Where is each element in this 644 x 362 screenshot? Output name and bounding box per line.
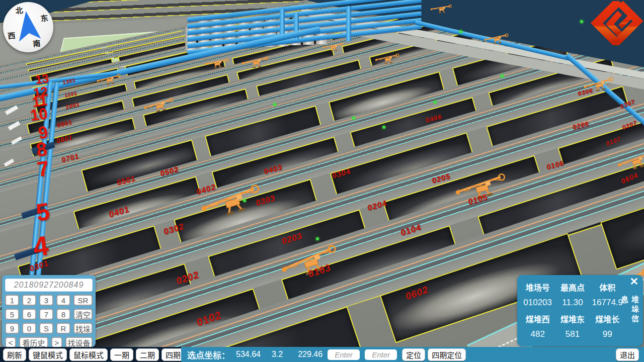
- key-9[interactable]: 9: [5, 323, 19, 334]
- key-4[interactable]: 4: [56, 295, 70, 306]
- compass-arrow-icon: [14, 9, 42, 45]
- phase4-locate-button[interactable]: 四期定位: [428, 348, 466, 361]
- key-2[interactable]: 2: [22, 295, 36, 306]
- coord-y-value: 3.2: [272, 350, 283, 359]
- exit-button[interactable]: 退出: [616, 348, 639, 361]
- coord-x-value: 534.64: [236, 350, 261, 359]
- selected-point-label: 选点坐标：: [187, 348, 230, 361]
- pile-info-panel: ✕ 堆场号 最高点 体积 010203 11.30 16774.9 煤堆西 煤堆…: [517, 275, 643, 346]
- key-7[interactable]: 7: [39, 309, 53, 320]
- pile-east-header: 煤堆东: [555, 313, 590, 325]
- phase2-button[interactable]: 二期: [136, 348, 159, 361]
- key-3[interactable]: 3: [39, 295, 53, 306]
- coord-input-2[interactable]: Enter: [365, 349, 397, 360]
- highest-point-value: 11.30: [555, 298, 590, 308]
- row-number-label: 10: [29, 106, 48, 123]
- company-logo-icon: [590, 1, 643, 45]
- status-dot-green: [352, 117, 355, 120]
- yard-no-header: 堆场号: [520, 281, 555, 293]
- pile-info-side-label: 堆垛信息: [619, 296, 640, 331]
- history-prev-button[interactable]: <: [5, 337, 16, 348]
- silo-cylinder: [265, 18, 276, 36]
- app-window: 1301110110010901080107010501050204010402…: [0, 0, 644, 362]
- highest-point-header: 最高点: [555, 281, 590, 293]
- find-pile-button[interactable]: 找垛: [73, 323, 93, 334]
- mouse-mode-button[interactable]: 鼠标模式: [69, 348, 108, 361]
- status-dot-green: [382, 126, 385, 129]
- coord-z-value: 229.46: [298, 350, 323, 359]
- key-6[interactable]: 6: [22, 309, 36, 320]
- key-r[interactable]: R: [56, 323, 70, 334]
- status-dot-green: [501, 74, 504, 77]
- pile-east-value: 581: [555, 329, 590, 339]
- toolbar-right-section: 选点坐标： 534.64 3.2 229.46 Enter Enter 定位 四…: [181, 347, 644, 362]
- status-dot-green: [459, 30, 462, 33]
- conveyor-column: [346, 6, 351, 41]
- pile-west-value: 482: [520, 329, 555, 339]
- status-dot-green: [243, 199, 246, 202]
- volume-header: 体积: [590, 281, 625, 293]
- key-5[interactable]: 5: [5, 309, 19, 320]
- key-0[interactable]: 0: [22, 323, 36, 334]
- bottom-toolbar: 刷新 键鼠模式 鼠标模式 一期 二期 四期 选点坐标： 534.64 3.2 2…: [0, 347, 644, 362]
- close-icon[interactable]: ✕: [629, 276, 638, 287]
- refresh-button[interactable]: 刷新: [3, 348, 26, 361]
- status-dot-green: [434, 101, 437, 104]
- status-dot-green: [273, 103, 276, 106]
- view-history-button[interactable]: 看历史: [19, 337, 48, 348]
- key-8[interactable]: 8: [56, 309, 70, 320]
- search-keypad-panel: 20180927200849 1 2 3 4 SR 5 6 7 8 清空 9 0…: [2, 275, 96, 347]
- key-sr[interactable]: SR: [73, 295, 93, 306]
- status-dot-green: [316, 237, 319, 240]
- compass-rose[interactable]: 北 东 南 西: [3, 2, 53, 52]
- pile-west-header: 煤堆西: [520, 313, 555, 325]
- toolbar-left-section: 刷新 键鼠模式 鼠标模式 一期 二期 四期: [0, 347, 181, 362]
- locate-button[interactable]: 定位: [402, 348, 425, 361]
- coord-input-1[interactable]: Enter: [328, 349, 360, 360]
- phase1-button[interactable]: 一期: [110, 348, 133, 361]
- key-s[interactable]: S: [39, 323, 53, 334]
- stacker-reclaimer-icon[interactable]: [430, 4, 453, 17]
- clear-button[interactable]: 清空: [73, 309, 93, 320]
- history-next-button[interactable]: >: [51, 337, 62, 348]
- key-mouse-mode-button[interactable]: 键鼠模式: [29, 348, 67, 361]
- status-dot-green: [580, 20, 583, 23]
- pile-search-input[interactable]: 20180927200849: [5, 279, 93, 292]
- find-device-button[interactable]: 找设备: [65, 337, 93, 348]
- key-1[interactable]: 1: [5, 295, 19, 306]
- yard-no-value: 010203: [520, 298, 555, 308]
